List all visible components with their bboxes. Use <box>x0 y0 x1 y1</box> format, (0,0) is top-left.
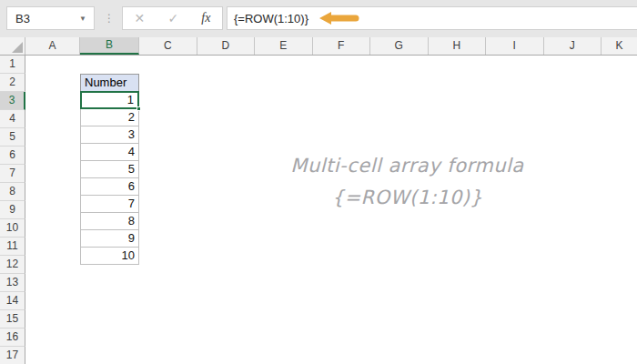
cell-b2[interactable]: Number <box>80 74 139 92</box>
column-header-i[interactable]: I <box>486 37 544 55</box>
cell-b4[interactable]: 2 <box>80 108 139 126</box>
watermark-line2: {=ROW(1:10)} <box>264 182 551 214</box>
formula-text: {=ROW(1:10)} <box>228 12 308 25</box>
chevron-down-icon[interactable]: ▼ <box>79 15 94 23</box>
row-headers: 1 2 3 4 5 6 7 8 9 10 11 12 13 14 15 16 1… <box>0 56 25 364</box>
row-header-17[interactable]: 17 <box>0 347 25 364</box>
arrow-annotation-icon <box>319 11 359 25</box>
row-header-11[interactable]: 11 <box>0 238 25 256</box>
cell-b8[interactable]: 6 <box>80 177 139 196</box>
row-header-1[interactable]: 1 <box>0 56 25 74</box>
column-header-j[interactable]: J <box>544 37 602 55</box>
cell-b7[interactable]: 5 <box>80 160 139 178</box>
name-box[interactable]: B3 ▼ <box>6 6 95 30</box>
cell-b3[interactable]: 1 <box>80 91 139 109</box>
row-header-4[interactable]: 4 <box>0 110 25 128</box>
row-header-12[interactable]: 12 <box>0 256 25 274</box>
row-header-14[interactable]: 14 <box>0 292 25 310</box>
row-header-13[interactable]: 13 <box>0 274 25 292</box>
row-header-10[interactable]: 10 <box>0 219 25 238</box>
formula-input[interactable]: {=ROW(1:10)} <box>227 6 637 30</box>
cell-b11[interactable]: 9 <box>80 229 139 248</box>
watermark-line1: Multi-cell array formula <box>264 150 551 182</box>
excel-worksheet: B3 ▼ ⋮ ✕ ✓ fx {=ROW(1:10)} A B C D E F G… <box>0 0 637 364</box>
column-header-c[interactable]: C <box>139 37 197 55</box>
data-range-b2-b12: Number 1 2 3 4 5 6 7 8 9 10 <box>80 74 139 265</box>
cell-b10[interactable]: 8 <box>80 212 139 230</box>
cell-b6[interactable]: 4 <box>80 143 139 161</box>
cell-b9[interactable]: 7 <box>80 195 139 213</box>
insert-function-icon[interactable]: fx <box>201 11 210 25</box>
cell-b3-value: 1 <box>127 93 134 106</box>
cancel-icon[interactable]: ✕ <box>135 11 146 25</box>
column-header-f[interactable]: F <box>313 37 371 55</box>
formula-bar-drag-handle[interactable]: ⋮ <box>102 6 116 30</box>
select-all-button[interactable] <box>0 37 25 55</box>
column-header-e[interactable]: E <box>255 37 313 55</box>
row-header-16[interactable]: 16 <box>0 329 25 347</box>
column-header-a[interactable]: A <box>25 37 80 55</box>
row-header-3[interactable]: 3 <box>0 92 25 110</box>
column-header-g[interactable]: G <box>370 37 429 55</box>
name-box-value: B3 <box>7 12 79 25</box>
row-header-9[interactable]: 9 <box>0 201 25 219</box>
column-headers: A B C D E F G H I J K <box>0 37 637 56</box>
column-header-h[interactable]: H <box>429 37 487 55</box>
row-header-8[interactable]: 8 <box>0 183 25 201</box>
row-header-7[interactable]: 7 <box>0 165 25 183</box>
cell-b12[interactable]: 10 <box>80 247 139 265</box>
enter-icon[interactable]: ✓ <box>167 11 178 25</box>
formula-buttons: ✕ ✓ fx <box>122 6 223 30</box>
row-header-15[interactable]: 15 <box>0 310 25 329</box>
column-header-b[interactable]: B <box>80 37 139 55</box>
row-header-5[interactable]: 5 <box>0 128 25 147</box>
row-header-2[interactable]: 2 <box>0 74 25 92</box>
row-header-6[interactable]: 6 <box>0 147 25 165</box>
column-header-k[interactable]: K <box>602 37 637 55</box>
column-header-d[interactable]: D <box>197 37 256 55</box>
cell-b5[interactable]: 3 <box>80 126 139 144</box>
select-all-triangle-icon <box>12 42 23 53</box>
fill-handle[interactable] <box>136 106 141 111</box>
formula-bar-area: B3 ▼ ⋮ ✕ ✓ fx {=ROW(1:10)} <box>0 0 637 37</box>
watermark-caption: Multi-cell array formula {=ROW(1:10)} <box>264 150 551 214</box>
